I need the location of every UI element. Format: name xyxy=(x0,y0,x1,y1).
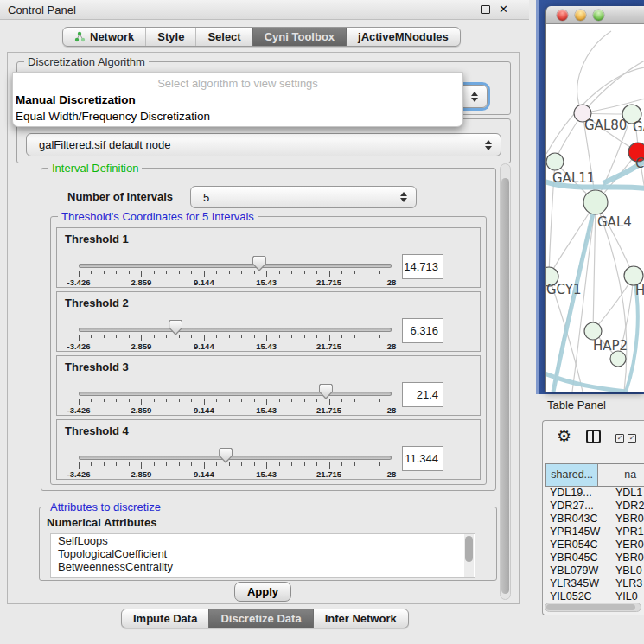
minimize-traffic-light-icon[interactable] xyxy=(575,10,586,21)
slider-tick-labels: -3.4262.8599.14415.4321.71528 xyxy=(79,341,392,351)
table-horizontal-scrollbar[interactable] xyxy=(545,603,641,612)
number-of-intervals-label: Number of Intervals xyxy=(67,190,173,203)
cell-shared-name: YLR345W xyxy=(545,577,613,590)
node-label-hap2: HAP2 xyxy=(593,338,628,354)
threshold-value-field[interactable]: 11.344 xyxy=(402,446,443,471)
zoom-traffic-light-icon[interactable] xyxy=(593,10,604,21)
cell-shared-name: YIL052C xyxy=(545,590,613,603)
slider-track[interactable] xyxy=(79,264,392,268)
numerical-attributes-list[interactable]: SelfLoopsTopologicalCoefficientBetweenne… xyxy=(50,533,475,578)
slider-track[interactable] xyxy=(79,392,392,396)
column-header-name[interactable]: na xyxy=(598,463,644,487)
attributes-group: Attributes to discretize Numerical Attri… xyxy=(39,507,497,581)
threshold-slider[interactable]: -3.4262.8599.14415.4321.71528 xyxy=(79,228,392,289)
node-label-gal11: GAL11 xyxy=(552,170,595,186)
thresholds-legend: Threshold's Coordinates for 5 Intervals xyxy=(58,210,258,223)
table-row[interactable]: YBR045CYBR0 xyxy=(545,552,644,564)
threshold-value-field[interactable]: 6.316 xyxy=(402,318,443,343)
node-label-c: C xyxy=(635,156,644,171)
cell-name: YBL0 xyxy=(613,564,644,577)
cell-name: YBR0 xyxy=(613,552,644,564)
attributes-scrollbar[interactable] xyxy=(464,534,474,577)
column-header-shared-name[interactable]: shared... xyxy=(545,463,598,487)
threshold-value-field[interactable]: 14.713 xyxy=(402,254,443,279)
algorithm-option-equal-width-frequency-discretization[interactable]: Equal Width/Frequency Discretization xyxy=(13,108,462,124)
network-node-hap2[interactable] xyxy=(584,322,602,340)
cell-name: YIL0 xyxy=(613,590,644,603)
float-icon[interactable] xyxy=(481,5,490,14)
network-window: GAL80GACGAL11GAL4GCY1HHAP2 xyxy=(545,6,644,392)
tab-label: Select xyxy=(207,30,240,43)
tab-style[interactable]: Style xyxy=(145,28,195,46)
network-node-gal4[interactable] xyxy=(583,190,608,214)
slider-ticks xyxy=(79,271,392,277)
panel-scrollbar[interactable] xyxy=(500,163,511,600)
tab-impute-data[interactable]: Impute Data xyxy=(122,609,208,628)
table-row[interactable]: YIL052CYIL0 xyxy=(545,590,644,603)
table-row[interactable]: YBR043CYBR0 xyxy=(545,513,644,526)
network-node-gal11[interactable] xyxy=(546,153,564,170)
node-label-h: H xyxy=(635,283,644,298)
cell-shared-name: YPR145W xyxy=(545,526,613,539)
tab-label: Infer Network xyxy=(325,612,397,625)
network-window-titlebar xyxy=(546,6,644,24)
table-row[interactable]: YLR345WYLR3 xyxy=(545,577,644,590)
attributes-legend: Attributes to discretize xyxy=(47,501,164,513)
tab-select[interactable]: Select xyxy=(195,28,252,46)
node-label-gcy1: GCY1 xyxy=(546,282,582,297)
cyni-toolbox-panel: Discretization Algorithm Select algorith… xyxy=(7,52,520,604)
interval-definition-legend: Interval Definition xyxy=(48,162,142,175)
attribute-item-topologicalcoefficient[interactable]: TopologicalCoefficient xyxy=(51,547,475,560)
threshold-slider[interactable]: -3.4262.8599.14415.4321.71528 xyxy=(79,356,392,417)
slider-thumb[interactable] xyxy=(219,448,233,463)
slider-tick-labels: -3.4262.8599.14415.4321.71528 xyxy=(79,277,392,287)
control-panel-title: Control Panel xyxy=(8,3,76,16)
close-traffic-light-icon[interactable] xyxy=(557,10,568,21)
tab-discretize-data[interactable]: Discretize Data xyxy=(208,609,312,628)
slider-track[interactable] xyxy=(79,456,392,460)
slider-tick-labels: -3.4262.8599.14415.4321.71528 xyxy=(79,405,392,415)
slider-track[interactable] xyxy=(79,328,392,332)
gear-icon[interactable]: ⚙ xyxy=(557,426,571,446)
combo-arrows-icon xyxy=(400,192,407,202)
tab-cyni-toolbox[interactable]: Cyni Toolbox xyxy=(252,28,346,46)
tab-infer-network[interactable]: Infer Network xyxy=(313,609,408,628)
close-icon[interactable]: ✕ xyxy=(499,4,508,15)
network-canvas[interactable]: GAL80GACGAL11GAL4GCY1HHAP2 xyxy=(546,24,644,392)
algorithm-option-manual-discretization[interactable]: Manual Discretization xyxy=(13,92,462,108)
threshold-slider[interactable]: -3.4262.8599.14415.4321.71528 xyxy=(79,292,392,353)
table-row[interactable]: YBL079WYBL0 xyxy=(545,564,644,577)
interval-definition-group: Interval Definition Number of Intervals … xyxy=(41,168,496,491)
threshold-slider[interactable]: -3.4262.8599.14415.4321.71528 xyxy=(79,420,392,481)
table-row[interactable]: YDR27...YDR2 xyxy=(545,500,644,513)
cell-shared-name: YBR043C xyxy=(545,513,613,526)
table-row[interactable]: YDL19...YDL1 xyxy=(545,487,644,500)
table-data-value: galFiltered.sif default node xyxy=(39,138,170,151)
node-label-ga: GA xyxy=(633,119,644,135)
table-data-combobox[interactable]: galFiltered.sif default node xyxy=(26,133,501,156)
network-icon xyxy=(74,31,86,42)
slider-thumb[interactable] xyxy=(319,384,333,399)
tab-label: Impute Data xyxy=(133,612,197,625)
slider-thumb[interactable] xyxy=(169,320,182,335)
apply-button[interactable]: Apply xyxy=(234,582,291,602)
bottom-tab-bar: Impute DataDiscretize DataInfer Network xyxy=(121,609,409,628)
threshold-value-field[interactable]: 21.4 xyxy=(402,382,443,407)
screen: Control Panel ✕ NetworkStyleSelectCyni T… xyxy=(0,0,644,644)
attribute-item-betweennesscentrality[interactable]: BetweennessCentrality xyxy=(51,560,475,573)
attribute-item-selfloops[interactable]: SelfLoops xyxy=(51,534,475,547)
threshold-panel-threshold-3: Threshold 3-3.4262.8599.14415.4321.71528… xyxy=(56,355,481,416)
checkbox-icon[interactable]: ✓ xyxy=(628,434,636,443)
table-row[interactable]: YER054CYER0 xyxy=(545,539,644,552)
cell-name: YBR0 xyxy=(613,513,644,526)
tab-jactivemnodules[interactable]: jActiveMNodules xyxy=(346,28,460,46)
cell-shared-name: YDL19... xyxy=(545,487,613,500)
table-row[interactable]: YPR145WYPR1 xyxy=(545,526,644,539)
tab-network[interactable]: Network xyxy=(63,28,145,46)
cell-name: YER0 xyxy=(613,539,644,552)
slider-thumb[interactable] xyxy=(252,256,266,271)
split-columns-icon[interactable] xyxy=(586,430,601,443)
checkbox-icon[interactable]: ✓ xyxy=(615,434,624,443)
number-of-intervals-combobox[interactable]: 5 xyxy=(190,186,417,208)
cell-name: YDL1 xyxy=(613,487,644,500)
